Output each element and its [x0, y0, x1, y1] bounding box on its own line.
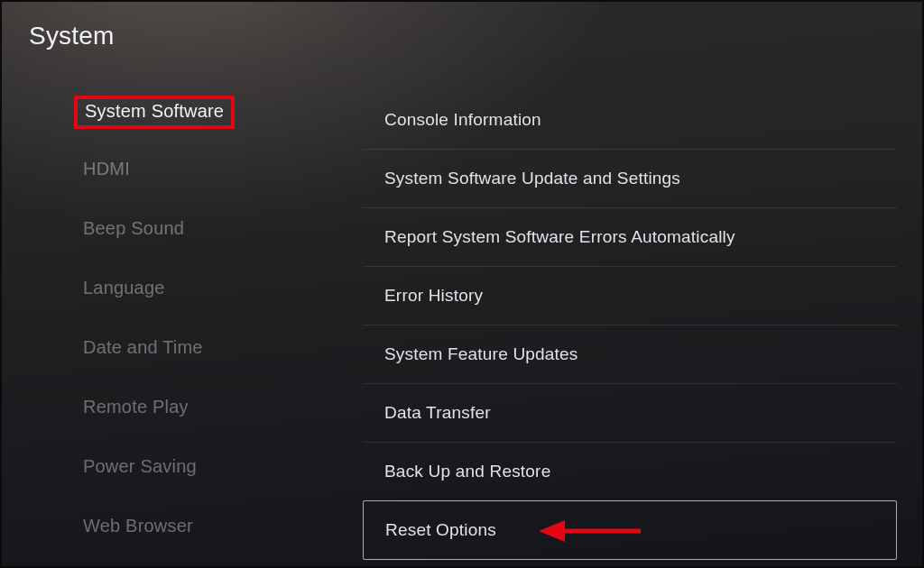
option-label: Report System Software Errors Automatica… [384, 227, 735, 247]
option-label: Error History [384, 286, 483, 306]
sidebar-item-beep-sound[interactable]: Beep Sound [74, 209, 363, 269]
sidebar-item-power-saving[interactable]: Power Saving [74, 447, 363, 507]
sidebar-item-system-software[interactable]: System Software [74, 90, 363, 150]
sidebar-item-remote-play[interactable]: Remote Play [74, 388, 363, 447]
sidebar-item-label: HDMI [74, 155, 139, 185]
option-data-transfer[interactable]: Data Transfer [363, 383, 897, 442]
option-label: Reset Options [385, 520, 496, 540]
sidebar: System Software HDMI Beep Sound Language… [2, 90, 363, 566]
option-label: Data Transfer [384, 403, 491, 423]
options-panel: Console Information System Software Upda… [363, 90, 922, 566]
page-title: System [2, 2, 922, 50]
option-error-history[interactable]: Error History [363, 266, 897, 325]
option-system-feature-updates[interactable]: System Feature Updates [363, 325, 897, 383]
sidebar-item-label: Power Saving [74, 453, 206, 482]
sidebar-item-language[interactable]: Language [74, 269, 363, 328]
sidebar-item-label: Date and Time [74, 334, 212, 363]
sidebar-item-label: Language [74, 274, 174, 304]
option-label: Console Information [384, 110, 541, 130]
sidebar-item-label: Web Browser [74, 512, 202, 542]
content-area: System Software HDMI Beep Sound Language… [2, 50, 922, 566]
sidebar-item-label: System Software [74, 96, 235, 129]
option-reset-options[interactable]: Reset Options [363, 500, 897, 560]
option-system-software-update[interactable]: System Software Update and Settings [363, 149, 897, 207]
option-label: System Software Update and Settings [384, 169, 680, 188]
sidebar-item-hdmi[interactable]: HDMI [74, 150, 363, 209]
sidebar-item-label: Remote Play [74, 393, 198, 423]
option-label: Back Up and Restore [384, 462, 550, 481]
option-label: System Feature Updates [384, 344, 578, 364]
sidebar-item-web-browser[interactable]: Web Browser [74, 507, 363, 566]
option-report-errors[interactable]: Report System Software Errors Automatica… [363, 207, 897, 266]
option-back-up-and-restore[interactable]: Back Up and Restore [363, 442, 897, 500]
sidebar-item-date-and-time[interactable]: Date and Time [74, 328, 363, 388]
sidebar-item-label: Beep Sound [74, 215, 193, 244]
option-console-information[interactable]: Console Information [363, 90, 897, 149]
